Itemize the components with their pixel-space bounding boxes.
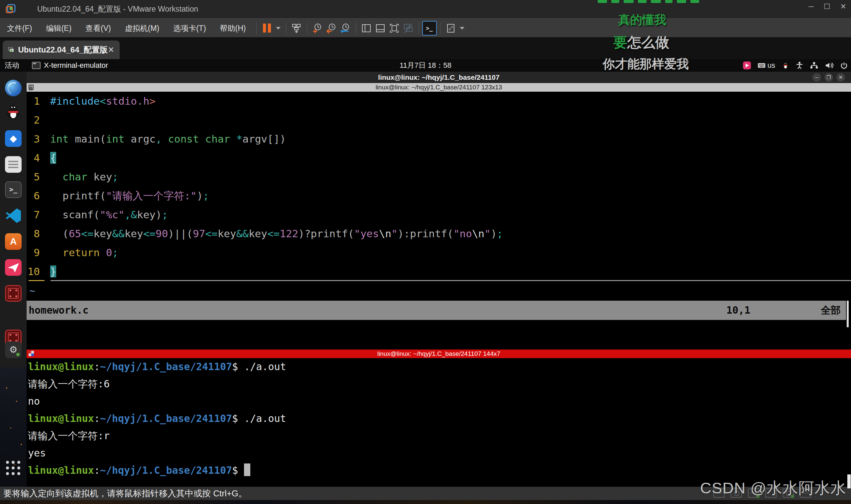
- terminal1-pane-caption[interactable]: linux@linux: ~/hqyj/1.C_base/241107 123x…: [26, 83, 851, 92]
- line-number: 6: [26, 186, 44, 205]
- console-view-button[interactable]: >_: [422, 21, 437, 36]
- lyric-line: 真的懂我: [618, 12, 666, 28]
- line-number: 8: [26, 224, 44, 243]
- menu-item-5[interactable]: 帮助(H): [213, 19, 253, 38]
- vm-tab-icon: [8, 46, 14, 54]
- toolbar-separator: [307, 22, 307, 34]
- pause-vm-button[interactable]: [260, 21, 274, 36]
- show-thumbnail-bar-button[interactable]: [373, 21, 387, 36]
- line-number: 2: [26, 111, 44, 130]
- power-icon[interactable]: [840, 61, 848, 69]
- software-store-icon[interactable]: A: [5, 233, 22, 250]
- unity-mode-button: [401, 21, 415, 36]
- menu-item-1[interactable]: 编辑(E): [39, 19, 78, 38]
- menu-item-2[interactable]: 查看(V): [78, 19, 118, 38]
- focused-app-label: X-terminal-emulator: [44, 61, 108, 70]
- terminal1-minimize-button[interactable]: ─: [812, 73, 821, 82]
- vscode-icon[interactable]: [5, 207, 22, 224]
- fit-dropdown-caret[interactable]: [460, 27, 464, 30]
- activities-button[interactable]: 活动: [5, 59, 19, 72]
- terminal2-scrollbar-thumb[interactable]: [847, 474, 851, 488]
- software-updater-icon[interactable]: ⚙: [5, 342, 22, 358]
- lyric-line: 你才能那样爱我: [603, 56, 689, 72]
- terminal-line: yes: [26, 445, 851, 462]
- input-capture-hint: 要将输入定向到该虚拟机，请将鼠标指针移入其中或按 Ctrl+G。: [3, 487, 247, 500]
- code-line-8: 8 (65<=key&&key<=90)||(97<=key&&key<=122…: [26, 224, 851, 243]
- files-app-icon[interactable]: [5, 156, 22, 173]
- send-ctrl-alt-del-button[interactable]: [289, 21, 303, 36]
- line-number: 7: [26, 205, 44, 224]
- vmware-workstation-window: Ubuntu22.04_64_配置版 - VMware Workstation …: [0, 0, 851, 504]
- toolbar-separator: [440, 22, 441, 34]
- lyric-line: 要怎么做: [613, 33, 669, 52]
- vm-tab-label: Ubuntu22.04_64_配置版: [18, 44, 107, 55]
- vim-editor[interactable]: 1 #include<stdio.h>2 3 int main(int argc…: [26, 92, 851, 349]
- show-library-button[interactable]: [359, 21, 373, 36]
- take-snapshot-button[interactable]: [311, 21, 324, 36]
- ubuntu-top-bar: 活动 X-terminal-emulator 11月7日 18：58 us: [0, 59, 851, 72]
- window-controls: ─ ☐ ✕: [809, 0, 846, 13]
- terminal2-titlebar[interactable]: linux@linux: ~/hqyj/1.C_base/241107 144x…: [26, 349, 851, 358]
- network-icon[interactable]: [810, 61, 818, 69]
- screen-recorder-icon[interactable]: [743, 61, 751, 69]
- terminal2-title: linux@linux: ~/hqyj/1.C_base/241107 144x…: [26, 349, 851, 358]
- system-tray: us: [743, 59, 848, 72]
- menubar: 文件(F)编辑(E)查看(V)虚拟机(M)选项卡(T)帮助(H): [0, 18, 851, 38]
- fullscreen-button[interactable]: [387, 21, 401, 36]
- terminal1-restore-button[interactable]: ❐: [825, 73, 833, 82]
- focused-app-menu[interactable]: X-terminal-emulator: [32, 59, 108, 72]
- show-applications-button[interactable]: [5, 460, 21, 476]
- menu-items: 文件(F)编辑(E)查看(V)虚拟机(M)选项卡(T)帮助(H): [0, 19, 253, 38]
- toolbar-separator: [356, 22, 356, 34]
- pause-dropdown-caret[interactable]: [276, 27, 281, 30]
- toolbar-separator: [286, 22, 286, 34]
- terminal1-titlebar[interactable]: linux@linux: ~/hqyj/1.C_base/241107 ─ ❐ …: [26, 72, 851, 83]
- minimize-button[interactable]: ─: [809, 2, 814, 11]
- vim-scroll-indicator: 全部: [821, 301, 841, 320]
- close-button[interactable]: ✕: [840, 2, 846, 11]
- terminal2-window-icon: [29, 351, 34, 356]
- vmware-titlebar[interactable]: Ubuntu22.04_64_配置版 - VMware Workstation …: [0, 0, 851, 18]
- menu-item-4[interactable]: 选项卡(T): [166, 19, 213, 38]
- terminal1-close-button[interactable]: ✕: [836, 73, 845, 82]
- code-line-9: 9 return 0;: [26, 243, 851, 262]
- terminal-cursor: [244, 464, 250, 476]
- revert-snapshot-button[interactable]: [324, 21, 338, 36]
- line-number: 4: [26, 148, 44, 167]
- line-number: 9: [26, 243, 44, 262]
- terminal-line: 请输入一个字符:r: [26, 427, 851, 445]
- terminal-dock-icon[interactable]: >_: [5, 181, 22, 198]
- vim-filename: homework.c: [29, 301, 89, 320]
- terminal1-window-buttons: ─ ❐ ✕: [812, 73, 845, 82]
- menu-item-3[interactable]: 虚拟机(M): [118, 19, 166, 38]
- maximize-button[interactable]: ☐: [824, 2, 830, 11]
- volume-icon[interactable]: [825, 61, 834, 69]
- clock[interactable]: 11月7日 18：58: [0, 59, 851, 72]
- browser-icon[interactable]: [5, 80, 22, 96]
- window-title: Ubuntu22.04_64_配置版 - VMware Workstation: [37, 0, 198, 18]
- qq-tray-icon[interactable]: [782, 61, 789, 69]
- terminal-line: linux@linux:~/hqyj/1.C_base/241107$ ./a.…: [26, 358, 851, 375]
- pane-grid-icon: [29, 85, 34, 90]
- fit-guest-button[interactable]: [444, 21, 458, 36]
- host-wallpaper-strip: [0, 500, 851, 504]
- terminal-line: linux@linux:~/hqyj/1.C_base/241107$: [26, 462, 851, 479]
- terminal1-scrollbar[interactable]: [847, 301, 849, 327]
- keyboard-layout-indicator[interactable]: us: [758, 61, 775, 70]
- snapshot-manager-button[interactable]: [338, 21, 352, 36]
- code-line-5: 5 char key;: [26, 167, 851, 186]
- accessibility-icon[interactable]: [796, 61, 803, 69]
- shell-terminal[interactable]: linux@linux:~/hqyj/1.C_base/241107$ ./a.…: [26, 358, 851, 487]
- qq-icon[interactable]: [5, 104, 22, 120]
- vm-tab-ubuntu[interactable]: Ubuntu22.04_64_配置版 ✕: [3, 40, 120, 59]
- keyboard-icon: [758, 62, 766, 69]
- menu-item-0[interactable]: 文件(F): [0, 19, 39, 38]
- line-number: 5: [26, 167, 44, 186]
- terminal-line: linux@linux:~/hqyj/1.C_base/241107$ ./a.…: [26, 410, 851, 427]
- share-app-icon[interactable]: [5, 259, 22, 276]
- blue-app-icon[interactable]: ◆: [5, 130, 22, 147]
- code-line-1: 1 #include<stdio.h>: [26, 92, 851, 111]
- red-box-app-icon-1[interactable]: [5, 285, 22, 302]
- ubuntu-dock: ◆ >_ A ⚙: [0, 72, 26, 367]
- vm-tab-close-icon[interactable]: ✕: [108, 45, 114, 54]
